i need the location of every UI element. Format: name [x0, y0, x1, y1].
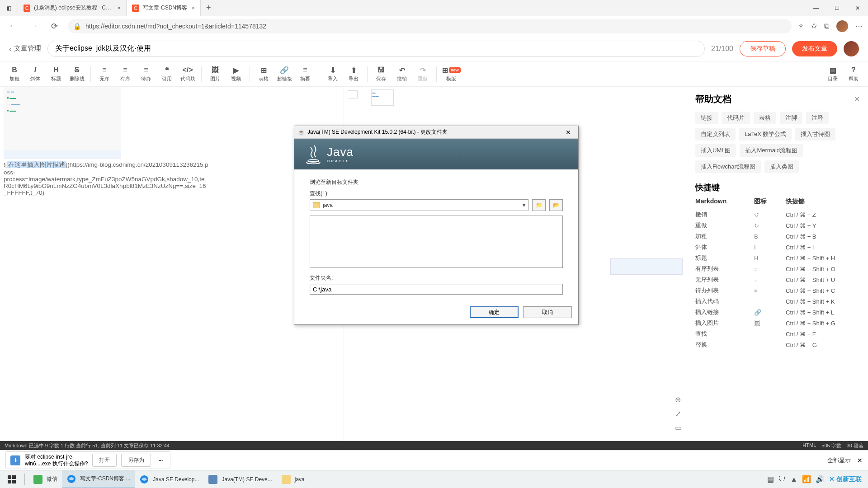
dialog-banner: JavaORACLE	[294, 139, 578, 169]
maximize-icon[interactable]: ☐	[826, 0, 847, 16]
tray-icon[interactable]: ▲	[790, 475, 797, 483]
taskbar-item[interactable]: java	[277, 470, 309, 488]
toolbar-icon: ⊞	[261, 66, 267, 75]
minimize-icon[interactable]: —	[806, 0, 826, 16]
md-line-5: _FFFFFF,t_70)	[4, 189, 44, 196]
toolbar-代码块[interactable]: </>代码块	[178, 66, 198, 82]
collections-icon[interactable]: ⧉	[824, 22, 829, 30]
toolbar-加粗[interactable]: B加粗	[5, 66, 24, 82]
toolbar-超链接[interactable]: 🔗超链接	[274, 66, 294, 82]
help-chip[interactable]: 注脚	[780, 112, 802, 124]
help-chip[interactable]: 表格	[754, 112, 776, 124]
toolbar-删除线[interactable]: S删除线	[67, 66, 87, 82]
sc-icon: 🔗	[754, 309, 786, 316]
expand-icon[interactable]: ⤢	[675, 409, 682, 418]
article-title-input[interactable]	[47, 41, 705, 57]
save-draft-button[interactable]: 保存草稿	[740, 41, 786, 56]
taskbar-item[interactable]: Java(TM) SE Deve...	[203, 470, 276, 488]
help-chip[interactable]: 自定义列表	[695, 128, 736, 141]
close-icon[interactable]: ×	[118, 5, 121, 11]
toolbar-撤销[interactable]: ↶撤销	[392, 66, 412, 82]
help-chip[interactable]: 插入甘特图	[795, 128, 835, 141]
toolbar-表格[interactable]: ⊞表格	[254, 66, 274, 82]
toolbar-导入[interactable]: ⬇导入	[323, 66, 343, 82]
read-aloud-icon[interactable]: ✧	[798, 22, 804, 30]
toolbar-无序[interactable]: ≡无序	[94, 66, 114, 82]
user-avatar[interactable]	[844, 41, 859, 56]
folder-path-input[interactable]	[310, 284, 563, 295]
toolbar-有序[interactable]: ≡有序	[115, 66, 135, 82]
help-chip[interactable]: 注释	[806, 112, 829, 124]
layout-icon[interactable]: ▭	[675, 423, 682, 432]
dialog-titlebar[interactable]: ☕ Java(TM) SE Development Kit 15.0.2 (64…	[294, 126, 578, 139]
ok-button[interactable]: 确定	[470, 306, 519, 318]
new-tab-button[interactable]: +	[201, 3, 217, 13]
publish-button[interactable]: 发布文章	[792, 41, 837, 56]
installer-icon: ⬇	[10, 455, 20, 465]
taskbar-item[interactable]: Java SE Develop...	[135, 470, 203, 488]
help-chip[interactable]: 插入UML图	[695, 144, 736, 157]
back-button[interactable]: ←	[5, 19, 20, 33]
saveas-button[interactable]: 另存为	[121, 454, 151, 467]
taskbar-item[interactable]: 写文章-CSDN博客 ...	[62, 470, 135, 488]
status-html: HTML	[802, 442, 816, 449]
open-button[interactable]: 打开	[92, 454, 117, 467]
close-icon[interactable]: ✕	[854, 95, 860, 103]
showall-button[interactable]: 全部显示	[827, 456, 851, 465]
close-icon[interactable]: ✕	[847, 0, 868, 16]
app-tab[interactable]: ◧	[0, 0, 18, 16]
toolbar-图片[interactable]: 🖼图片	[205, 66, 225, 82]
taskbar-item[interactable]: 微信	[28, 470, 62, 488]
help-chip[interactable]: 插入Mermaid流程图	[740, 144, 803, 157]
up-folder-button[interactable]: 📁	[532, 199, 546, 211]
toolbar-模版[interactable]: ⊞new模版	[440, 66, 462, 82]
menu-icon[interactable]: ⋯	[855, 22, 863, 30]
url-field[interactable]: 🔒 https://editor.csdn.net/md?not_checkou…	[68, 19, 792, 33]
new-folder-button[interactable]: 📂	[549, 199, 563, 211]
tray-icon[interactable]: ▤	[767, 475, 774, 483]
folder-list[interactable]	[310, 216, 563, 268]
brand-logo-icon: ✕ 创新互联	[829, 475, 862, 483]
browser-tab-2[interactable]: C 写文章-CSDN博客 ×	[127, 0, 201, 16]
toolbar-icon: B	[12, 66, 17, 75]
tray-icon[interactable]: 🛡	[778, 475, 786, 483]
start-button[interactable]	[3, 470, 21, 488]
favorites-icon[interactable]: ✩	[811, 22, 817, 30]
help-chip[interactable]: 插入Flowchart流程图	[695, 160, 761, 173]
toolbar-引用[interactable]: ❝引用	[157, 66, 177, 82]
close-icon[interactable]: ✕	[857, 457, 863, 464]
toolbar-斜体[interactable]: I斜体	[25, 66, 45, 82]
toolbar-保存[interactable]: 🖫保存	[371, 66, 391, 82]
toolbar-视频[interactable]: ▶视频	[226, 66, 246, 82]
toolbar-目录[interactable]: ▤目录	[823, 66, 843, 82]
close-icon[interactable]: ✕	[562, 129, 575, 136]
back-to-articles[interactable]: ‹ 文章管理	[9, 44, 41, 53]
profile-avatar[interactable]	[836, 20, 848, 32]
forward-button[interactable]: →	[26, 19, 41, 33]
toolbar-导出[interactable]: ⬆导出	[344, 66, 363, 82]
shortcut-row: 撤销↺Ctrl / ⌘ + Z	[695, 209, 860, 220]
folder-select[interactable]: java ▾	[310, 199, 528, 211]
toolbar-label: 帮助	[849, 75, 859, 82]
toolbar-label: 标题	[51, 75, 61, 82]
close-icon[interactable]: ×	[192, 5, 195, 11]
toolbar-重做[interactable]: ↷重做	[413, 66, 433, 82]
help-chip[interactable]: 链接	[695, 112, 718, 124]
toolbar-帮助[interactable]: ?帮助	[844, 66, 863, 82]
refresh-button[interactable]: ⟳	[47, 19, 61, 33]
selected-folder: java	[323, 202, 333, 208]
markdown-source-pane[interactable]: ▭ ▭ ■ ▬▬ ▭ ▬▬▬ ■ ▬▬ ![在这里插入图片描述](https:/…	[0, 87, 344, 441]
toolbar-标题[interactable]: H标题	[46, 66, 66, 82]
toolbar-摘要[interactable]: ≡摘要	[295, 66, 315, 82]
browser-tab-1[interactable]: C (1条消息) eclipse安装教程 - CSDN ×	[18, 0, 127, 16]
more-icon[interactable]: ···	[156, 457, 165, 464]
volume-icon[interactable]: 🔊	[816, 475, 825, 483]
help-chip[interactable]: 插入类图	[764, 160, 799, 173]
wifi-icon[interactable]: 📶	[802, 475, 811, 483]
help-chip[interactable]: LaTeX 数学公式	[739, 128, 792, 141]
toolbar-待办[interactable]: ≡待办	[136, 66, 156, 82]
toolbar-label: 目录	[828, 75, 838, 82]
help-chip[interactable]: 代码片	[722, 112, 750, 124]
cancel-button[interactable]: 取消	[523, 306, 572, 318]
target-icon[interactable]: ⊕	[675, 395, 682, 404]
